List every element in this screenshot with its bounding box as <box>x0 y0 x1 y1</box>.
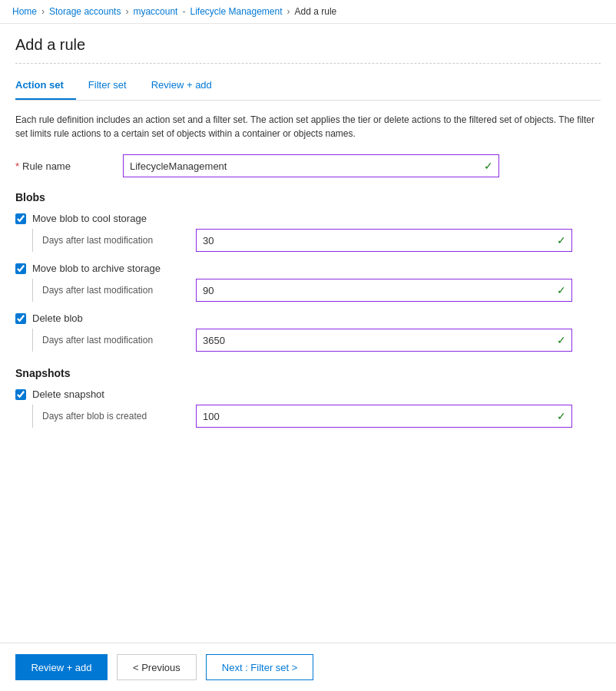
delete-snapshot-checkbox[interactable] <box>15 389 26 400</box>
content-scroll: Each rule definition includes an action … <box>15 113 601 643</box>
archive-storage-check-icon: ✓ <box>557 284 566 296</box>
breadcrumb-sep-4: › <box>287 6 290 17</box>
rule-name-input[interactable] <box>123 154 499 177</box>
review-add-button[interactable]: Review + add <box>15 654 108 680</box>
cool-storage-check-icon: ✓ <box>557 234 566 246</box>
delete-blob-sub-label: Days after last modification <box>42 335 196 346</box>
delete-snapshot-check-icon: ✓ <box>557 410 566 422</box>
breadcrumb-storage-accounts[interactable]: Storage accounts <box>49 6 121 17</box>
description-text: Each rule definition includes an action … <box>15 113 599 141</box>
breadcrumb: Home › Storage accounts › myaccount - Li… <box>0 0 616 24</box>
rule-name-check-icon: ✓ <box>484 160 493 172</box>
breadcrumb-sep-2: › <box>125 6 128 17</box>
breadcrumb-lifecycle[interactable]: Lifecycle Management <box>190 6 282 17</box>
archive-storage-input-wrapper: ✓ <box>196 279 572 302</box>
archive-storage-sub-label: Days after last modification <box>42 285 196 296</box>
cool-storage-group: Move blob to cool storage Days after las… <box>15 213 601 252</box>
main-content: Add a rule Action set Filter set Review … <box>0 24 616 643</box>
breadcrumb-current: Add a rule <box>295 6 337 17</box>
cool-storage-sub-label: Days after last modification <box>42 235 196 246</box>
archive-storage-sub-row: Days after last modification ✓ <box>32 279 601 302</box>
delete-snapshot-sub-row: Days after blob is created ✓ <box>32 405 601 428</box>
delete-snapshot-days-input[interactable] <box>196 405 572 428</box>
blobs-section-header: Blobs <box>15 191 601 203</box>
archive-storage-checkbox[interactable] <box>15 263 26 274</box>
archive-storage-checkbox-row: Move blob to archive storage <box>15 263 601 274</box>
cool-storage-days-input[interactable] <box>196 229 572 252</box>
breadcrumb-home[interactable]: Home <box>12 6 37 17</box>
delete-blob-checkbox[interactable] <box>15 313 26 324</box>
rule-name-row: *Rule name ✓ <box>15 154 601 177</box>
cool-storage-checkbox-row: Move blob to cool storage <box>15 213 601 224</box>
cool-storage-label: Move blob to cool storage <box>32 213 147 224</box>
rule-name-label: *Rule name <box>15 160 123 172</box>
delete-snapshot-sub-label: Days after blob is created <box>42 411 196 422</box>
delete-snapshot-input-wrapper: ✓ <box>196 405 572 428</box>
delete-snapshot-checkbox-row: Delete snapshot <box>15 388 601 400</box>
archive-storage-group: Move blob to archive storage Days after … <box>15 263 601 302</box>
cool-storage-sub-row: Days after last modification ✓ <box>32 229 601 252</box>
snapshots-section: Snapshots Delete snapshot Days after blo… <box>15 367 601 428</box>
blobs-section: Blobs Move blob to cool storage Days aft… <box>15 191 601 352</box>
tab-review-add[interactable]: Review + add <box>151 73 224 100</box>
snapshots-section-header: Snapshots <box>15 367 601 379</box>
delete-blob-sub-row: Days after last modification ✓ <box>32 329 601 352</box>
next-button[interactable]: Next : Filter set > <box>206 654 314 680</box>
breadcrumb-sep-3: - <box>182 6 185 17</box>
delete-blob-checkbox-row: Delete blob <box>15 312 601 324</box>
delete-snapshot-group: Delete snapshot Days after blob is creat… <box>15 388 601 428</box>
page-title: Add a rule <box>15 36 601 54</box>
delete-blob-group: Delete blob Days after last modification… <box>15 312 601 352</box>
archive-storage-days-input[interactable] <box>196 279 572 302</box>
archive-storage-label: Move blob to archive storage <box>32 263 161 274</box>
rule-name-input-wrapper: ✓ <box>123 154 499 177</box>
delete-blob-check-icon: ✓ <box>557 334 566 346</box>
tab-action-set[interactable]: Action set <box>15 73 76 100</box>
delete-blob-label: Delete blob <box>32 312 83 324</box>
breadcrumb-account-name: myaccount <box>133 6 177 17</box>
cool-storage-input-wrapper: ✓ <box>196 229 572 252</box>
delete-blob-input-wrapper: ✓ <box>196 329 572 352</box>
delete-blob-days-input[interactable] <box>196 329 572 352</box>
tab-filter-set[interactable]: Filter set <box>88 73 139 100</box>
delete-snapshot-label: Delete snapshot <box>32 388 104 400</box>
previous-button[interactable]: < Previous <box>117 654 197 680</box>
tab-bar: Action set Filter set Review + add <box>15 73 601 101</box>
breadcrumb-sep-1: › <box>41 6 45 17</box>
cool-storage-checkbox[interactable] <box>15 213 26 224</box>
required-star: * <box>15 160 19 172</box>
footer: Review + add < Previous Next : Filter se… <box>0 643 616 691</box>
